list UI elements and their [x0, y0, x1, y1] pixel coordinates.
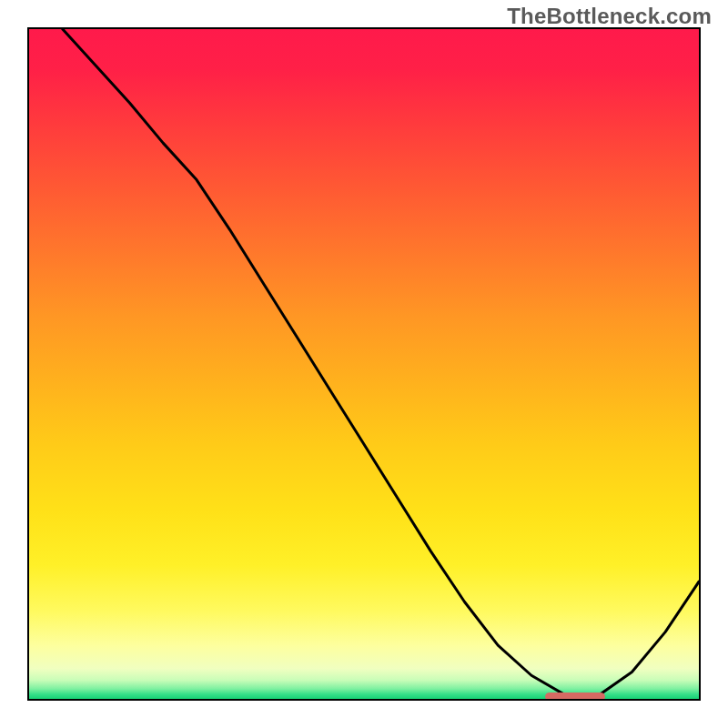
watermark-text: TheBottleneck.com: [507, 4, 712, 29]
curve-line: [29, 29, 699, 699]
plot-area: [27, 27, 701, 701]
optimum-marker: [545, 693, 605, 701]
